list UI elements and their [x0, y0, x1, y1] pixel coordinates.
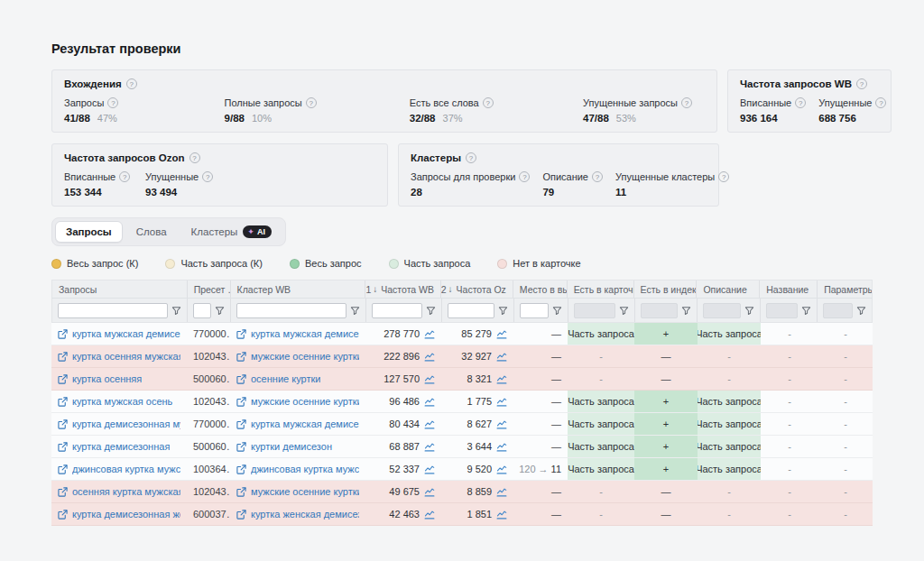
- filter-select-params[interactable]: [823, 303, 853, 318]
- help-icon[interactable]: ?: [795, 97, 806, 108]
- help-icon[interactable]: ?: [466, 152, 476, 163]
- column-header-description[interactable]: Описание: [697, 280, 760, 298]
- query-link[interactable]: куртка мужская осень: [72, 396, 172, 407]
- cluster-link[interactable]: куртки демисезон: [251, 441, 332, 452]
- chart-icon[interactable]: [496, 351, 507, 362]
- filter-select-name[interactable]: [766, 303, 799, 318]
- filter-input-position[interactable]: [520, 303, 549, 318]
- filter-funnel-icon[interactable]: [350, 306, 360, 316]
- filter-funnel-icon[interactable]: [619, 306, 629, 316]
- cluster-link[interactable]: мужские осенние куртки: [251, 396, 359, 407]
- filter-funnel-icon[interactable]: [801, 306, 811, 316]
- tab-clusters[interactable]: Кластеры ✦AI: [180, 221, 282, 243]
- filter-funnel-icon[interactable]: [744, 306, 754, 316]
- external-link-icon[interactable]: [236, 442, 246, 452]
- column-header-cluster[interactable]: Кластер WB: [231, 280, 366, 298]
- chart-icon[interactable]: [496, 441, 507, 452]
- column-header-preset[interactable]: Пресет …: [188, 280, 231, 298]
- external-link-icon[interactable]: [236, 352, 246, 362]
- chart-icon[interactable]: [496, 486, 507, 497]
- help-icon[interactable]: ?: [592, 171, 603, 182]
- filter-funnel-icon[interactable]: [856, 306, 866, 316]
- external-link-icon[interactable]: [236, 374, 246, 384]
- filter-funnel-icon[interactable]: [681, 306, 691, 316]
- filter-input-cluster[interactable]: [236, 303, 346, 318]
- help-icon[interactable]: ?: [126, 78, 137, 89]
- external-link-icon[interactable]: [58, 397, 68, 407]
- column-header-name[interactable]: Название: [760, 280, 818, 298]
- column-header-params[interactable]: Параметры: [818, 280, 872, 298]
- query-link[interactable]: джинсовая куртка мужск: [72, 464, 180, 474]
- help-icon[interactable]: ?: [483, 97, 494, 108]
- filter-funnel-icon[interactable]: [215, 306, 225, 316]
- chart-icon[interactable]: [424, 351, 435, 362]
- filter-input-preset[interactable]: [193, 303, 211, 318]
- sort-desc-icon[interactable]: ↓: [373, 284, 377, 294]
- filter-funnel-icon[interactable]: [552, 306, 562, 316]
- external-link-icon[interactable]: [236, 487, 246, 497]
- query-link[interactable]: осенняя куртка мужская: [72, 486, 180, 497]
- external-link-icon[interactable]: [58, 419, 68, 429]
- cluster-link[interactable]: мужские осенние куртки: [251, 486, 359, 497]
- chart-icon[interactable]: [496, 328, 507, 339]
- cluster-link[interactable]: мужские осенние куртки: [251, 351, 359, 362]
- filter-input-query[interactable]: [58, 303, 168, 318]
- column-header-freq_wb[interactable]: 1↓Частота WB: [365, 280, 441, 298]
- query-link[interactable]: куртка осенняя: [72, 373, 142, 384]
- chart-icon[interactable]: [424, 418, 435, 429]
- external-link-icon[interactable]: [236, 397, 246, 407]
- external-link-icon[interactable]: [58, 487, 68, 497]
- help-icon[interactable]: ?: [856, 78, 867, 89]
- chart-icon[interactable]: [424, 486, 435, 497]
- query-link[interactable]: куртка демисезонная жен: [72, 509, 180, 520]
- column-header-position[interactable]: Место в выдаче: [513, 280, 568, 298]
- column-header-query[interactable]: Запросы: [52, 280, 188, 298]
- chart-icon[interactable]: [424, 441, 435, 452]
- tab-words[interactable]: Слова: [125, 221, 178, 243]
- chart-icon[interactable]: [496, 509, 507, 520]
- filter-select-in_card[interactable]: [574, 303, 615, 318]
- chart-icon[interactable]: [424, 464, 435, 474]
- query-link[interactable]: куртка осенняя мужская: [72, 351, 180, 362]
- external-link-icon[interactable]: [58, 510, 68, 520]
- query-link[interactable]: куртка мужская демисезо: [72, 328, 180, 339]
- external-link-icon[interactable]: [236, 464, 246, 474]
- filter-input-freq_oz[interactable]: [448, 303, 494, 318]
- filter-select-description[interactable]: [703, 303, 741, 318]
- external-link-icon[interactable]: [58, 352, 68, 362]
- query-link[interactable]: куртка демисезонная: [72, 441, 170, 452]
- chart-icon[interactable]: [424, 509, 435, 520]
- help-icon[interactable]: ?: [107, 97, 118, 108]
- help-icon[interactable]: ?: [189, 152, 200, 163]
- sort-desc-icon[interactable]: ↓: [448, 284, 453, 294]
- external-link-icon[interactable]: [58, 464, 68, 474]
- chart-icon[interactable]: [496, 396, 507, 407]
- filter-funnel-icon[interactable]: [498, 306, 508, 316]
- help-icon[interactable]: ?: [519, 171, 530, 182]
- help-icon[interactable]: ?: [306, 97, 317, 108]
- help-icon[interactable]: ?: [202, 171, 213, 182]
- chart-icon[interactable]: [424, 396, 435, 407]
- filter-funnel-icon[interactable]: [171, 306, 181, 316]
- external-link-icon[interactable]: [58, 374, 68, 384]
- column-header-in_card[interactable]: Есть в карточке: [568, 280, 634, 298]
- external-link-icon[interactable]: [236, 329, 246, 339]
- external-link-icon[interactable]: [236, 510, 246, 520]
- help-icon[interactable]: ?: [875, 97, 886, 108]
- chart-icon[interactable]: [424, 328, 435, 339]
- cluster-link[interactable]: куртка женская демисезо: [251, 509, 359, 520]
- external-link-icon[interactable]: [58, 442, 68, 452]
- cluster-link[interactable]: осенние куртки: [251, 373, 320, 384]
- column-header-indexed[interactable]: Есть в индекси…: [634, 280, 698, 298]
- cluster-link[interactable]: куртка мужская демисезо: [251, 418, 359, 429]
- filter-select-indexed[interactable]: [641, 303, 679, 318]
- help-icon[interactable]: ?: [718, 171, 729, 182]
- external-link-icon[interactable]: [236, 419, 246, 429]
- cluster-link[interactable]: джинсовая куртка мужск: [251, 464, 359, 474]
- chart-icon[interactable]: [496, 464, 507, 474]
- filter-funnel-icon[interactable]: [426, 306, 436, 316]
- help-icon[interactable]: ?: [119, 171, 130, 182]
- cluster-link[interactable]: куртка мужская демисезо: [251, 328, 359, 339]
- chart-icon[interactable]: [424, 373, 435, 384]
- chart-icon[interactable]: [496, 418, 507, 429]
